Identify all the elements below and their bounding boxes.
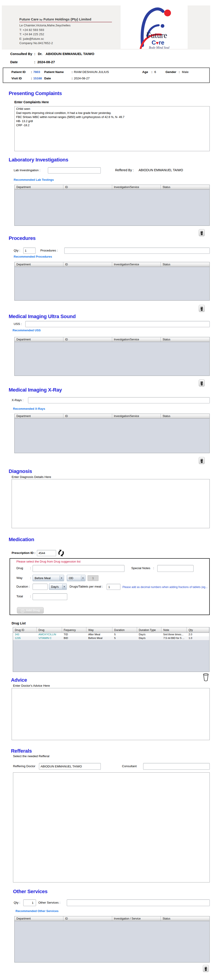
- drug-list-table: Drug ID Drug Fequency Way Duration Durat…: [13, 627, 209, 672]
- drug-row[interactable]: 343 AMOXYCILLIN TID After Meal 5 Day/s 5…: [13, 633, 209, 636]
- other-delete-button[interactable]: [203, 965, 209, 972]
- procedures-qty-label: Qty :: [14, 249, 20, 252]
- drug-list-delete-button[interactable]: [202, 673, 209, 682]
- uss-input[interactable]: [25, 321, 210, 327]
- per-meal-input[interactable]: [107, 584, 120, 590]
- consulted-doctor-name: ABIODUN EMMANUEL TAIWO: [46, 52, 95, 56]
- procedures-col-department: Department: [14, 262, 63, 267]
- patient-name-label: Patient Name: [44, 70, 64, 74]
- company-holdings: Future Holdings (Pty) Limited: [43, 17, 91, 21]
- way-select-value: Before Meal: [35, 576, 51, 580]
- drug-name-cell: AMOXYCILLIN: [37, 633, 62, 636]
- drug-label: Drug: [16, 566, 23, 570]
- xray-col-status: Status: [161, 414, 209, 418]
- lab-delete-button[interactable]: [199, 229, 205, 236]
- uss-col-status: Status: [161, 337, 209, 342]
- drug-note-cell: 5ml three times...: [161, 633, 187, 636]
- drug-id-cell: 343: [13, 633, 37, 636]
- procedures-table-header: Department ID Investigation/Service Stat…: [14, 262, 209, 267]
- lab-col-department: Department: [14, 185, 63, 189]
- xray-col-id: ID: [63, 414, 112, 418]
- company-title: Future Care by Future Holdings (Pty) Lim…: [19, 17, 91, 21]
- referred-by-label: Reffered By :: [115, 168, 133, 172]
- other-table-header: Department ID Investigation / Service St…: [14, 916, 209, 921]
- drug-input[interactable]: [32, 565, 124, 572]
- other-qty-input[interactable]: [23, 899, 36, 906]
- other-services-table: Department ID Investigation / Service St…: [14, 916, 210, 963]
- procedures-qty-input[interactable]: [23, 248, 35, 254]
- total-label: Total: [16, 595, 23, 598]
- gender-colon: :: [179, 70, 180, 74]
- way-select[interactable]: Before Meal ▼: [32, 575, 64, 581]
- xray-input[interactable]: [28, 397, 210, 403]
- duration-input[interactable]: [32, 584, 48, 590]
- procedures-input[interactable]: [64, 248, 210, 254]
- patient-id-colon: :: [31, 70, 32, 74]
- diagnosis-textarea[interactable]: [11, 479, 210, 528]
- drug-row[interactable]: 1235 VITAMIN C BID Before Meal 5 Day/s 7…: [13, 636, 209, 640]
- lab-table: Department ID Investigation/Service Stat…: [14, 185, 210, 226]
- lab-investigation-input[interactable]: [48, 167, 101, 173]
- duration-label: Duration :: [16, 585, 30, 588]
- section-title-medication: Medication: [9, 537, 34, 542]
- xray-col-investigation: Investigation/Service: [112, 414, 161, 418]
- section-title-ultrasound: Medical Imaging Ultra Sound: [9, 313, 75, 320]
- uss-delete-button[interactable]: [199, 380, 205, 387]
- duration-type-select[interactable]: Day/s ▼: [49, 584, 67, 590]
- other-col-department: Department: [14, 916, 63, 921]
- procedures-delete-button[interactable]: [199, 305, 205, 312]
- chevron-down-icon: ▼: [81, 576, 85, 581]
- company-name: Future Care: [19, 17, 39, 21]
- total-input[interactable]: [32, 593, 67, 600]
- referring-doctor-label: Reffering Doctor: [13, 764, 35, 768]
- duration-type-value: Day/s: [51, 585, 59, 589]
- drug-suggestion-warning: Please select the Drug from Drug suggess…: [16, 560, 80, 563]
- consultant-input[interactable]: [143, 763, 210, 770]
- uss-table-header: Department ID Investigation/Service Stat…: [14, 337, 209, 342]
- refferal-listbox[interactable]: [13, 772, 210, 883]
- drug-col-way: Way: [87, 627, 112, 633]
- consultant-label: Consultant: [122, 764, 137, 768]
- age-value: 6: [154, 70, 156, 74]
- section-title-xray: Medical Imaging X-Ray: [9, 387, 62, 393]
- company-by: by: [39, 18, 42, 21]
- recommended-xray-link[interactable]: Recommended X-Rays: [13, 407, 45, 410]
- advice-sublabel: Enter Doctor's Advice Here: [13, 684, 50, 687]
- frequency-select[interactable]: OD ▼: [67, 575, 85, 581]
- patient-name-colon: :: [72, 70, 73, 74]
- diagnosis-sublabel: Enter Diagnosis Details Here: [11, 475, 51, 479]
- prescription-id-input[interactable]: [37, 550, 56, 556]
- section-title-refferals: Refferals: [11, 748, 32, 754]
- prescription-refresh-button[interactable]: [58, 549, 65, 557]
- special-notes-input[interactable]: [157, 565, 194, 572]
- advice-textarea[interactable]: [11, 688, 210, 740]
- procedures-field-label: Procedures :: [40, 249, 58, 252]
- visit-date-value: 2024-08-27: [74, 76, 90, 80]
- drug-col-duration: Duration: [112, 627, 137, 633]
- drug-list-label: Drug List: [11, 621, 26, 625]
- company-logo: Future C♥re Body Mind Soul: [120, 3, 188, 49]
- referring-doctor-input[interactable]: [39, 763, 101, 770]
- recommended-procedures-link[interactable]: Recommended Procedures: [14, 255, 52, 258]
- recommended-lab-link[interactable]: Recommended Lab Testings: [14, 178, 54, 181]
- xray-delete-button[interactable]: [199, 457, 205, 464]
- drug-duration-cell: 5: [112, 633, 137, 636]
- gender-label: Gender: [165, 70, 176, 74]
- way-qty-input[interactable]: [88, 575, 98, 581]
- complaints-textarea[interactable]: CHild seen Dad reports improving clinica…: [14, 106, 210, 151]
- lab-col-investigation: Investigation/Service: [112, 185, 161, 189]
- xray-table: Department ID Investigation/Service Stat…: [14, 414, 210, 453]
- drug-qty-cell: 1.0: [187, 636, 209, 640]
- recommended-other-link[interactable]: Recommended Other Services: [16, 909, 59, 913]
- drug-note-cell: 7.5 ml BID for 5 ...: [161, 636, 187, 640]
- decimal-hint: Please add as decimal numbers when addin…: [122, 585, 209, 589]
- recommended-uss-link[interactable]: Recommended USS: [13, 329, 41, 332]
- xray-col-department: Department: [14, 414, 63, 418]
- uss-label: USS :: [14, 322, 22, 326]
- age-colon: :: [151, 70, 153, 74]
- add-drug-button[interactable]: +Add Drug: [17, 607, 44, 614]
- other-services-input[interactable]: [67, 899, 210, 906]
- section-title-diagnosis: Diagnosis: [9, 468, 32, 474]
- section-title-procedures: Procedures: [9, 235, 35, 241]
- consulted-by-colon: :: [34, 52, 35, 56]
